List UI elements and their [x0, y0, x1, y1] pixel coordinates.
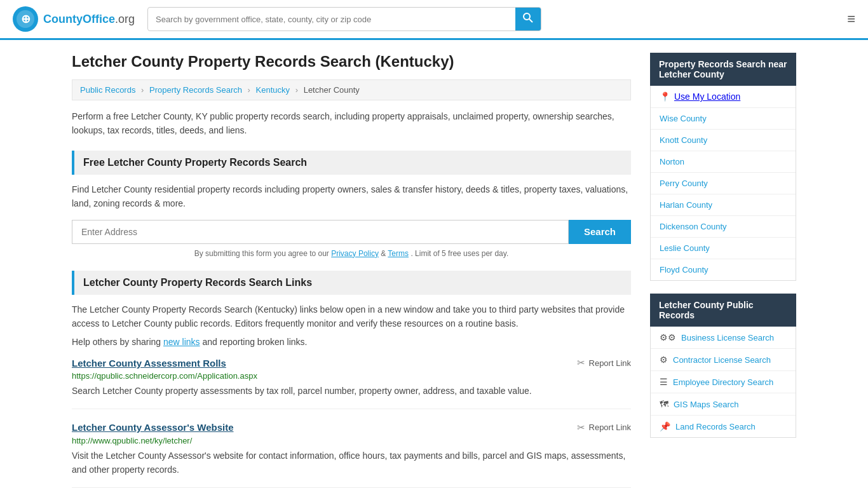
help-text: Help others by sharing new links and rep… — [72, 337, 631, 347]
logo-text: CountyOffice.org — [43, 13, 135, 26]
report-icon-2: ✂ — [577, 422, 585, 433]
link-desc-assessor-website: Visit the Letcher County Assessor's webs… — [72, 449, 631, 477]
main-wrapper: Letcher County Property Records Search (… — [59, 40, 809, 488]
breadcrumb: Public Records › Property Records Search… — [72, 79, 631, 100]
link-title-assessor-website[interactable]: Letcher County Assessor's Website — [72, 422, 233, 433]
sidebar-item-knott-county: Knott County — [651, 130, 796, 151]
sidebar-item-contractor-license: ⚙ Contractor License Search — [651, 349, 796, 371]
floyd-county-link[interactable]: Floyd County — [660, 265, 709, 274]
link-title-assessment-rolls[interactable]: Letcher County Assessment Rolls — [72, 358, 226, 369]
breadcrumb-sep-1: › — [141, 85, 144, 95]
report-link-btn-1[interactable]: ✂ Report Link — [577, 357, 631, 369]
site-header: ⊕ CountyOffice.org ≡ — [0, 0, 868, 40]
use-location-link[interactable]: Use My Location — [674, 92, 740, 102]
sidebar-nearby-header: Property Records Search near Letcher Cou… — [650, 53, 796, 86]
report-link-btn-2[interactable]: ✂ Report Link — [577, 422, 631, 433]
sidebar-item-land-records: 📌 Land Records Search — [651, 416, 796, 437]
links-description: The Letcher County Property Records Sear… — [72, 302, 631, 331]
page-description: Perform a free Letcher County, KY public… — [72, 109, 631, 138]
free-search-heading: Free Letcher County Property Records Sea… — [72, 151, 631, 175]
content-area: Letcher County Property Records Search (… — [72, 53, 631, 488]
contractor-license-search-link[interactable]: Contractor License Search — [673, 355, 771, 365]
address-input[interactable] — [72, 220, 569, 244]
new-links-link[interactable]: new links — [163, 337, 200, 347]
page-title: Letcher County Property Records Search (… — [72, 53, 631, 71]
logo-icon: ⊕ — [13, 6, 38, 32]
header-search-button[interactable] — [515, 8, 541, 30]
header-search-bar — [147, 7, 541, 31]
knott-county-link[interactable]: Knott County — [660, 135, 707, 145]
link-url-assessment-rolls: https://qpublic.schneidercorp.com/Applic… — [72, 371, 631, 381]
sidebar-item-harlan-county: Harlan County — [651, 194, 796, 216]
harlan-county-link[interactable]: Harlan County — [660, 200, 712, 210]
breadcrumb-property-records[interactable]: Property Records Search — [149, 85, 242, 95]
gear-icon: ⚙ — [660, 355, 668, 365]
sidebar-item-wise-county: Wise County — [651, 108, 796, 130]
map-icon: 🗺 — [660, 399, 668, 409]
employee-directory-search-link[interactable]: Employee Directory Search — [673, 377, 773, 387]
link-url-assessor-website: http://www.qpublic.net/ky/letcher/ — [72, 436, 631, 445]
privacy-policy-link[interactable]: Privacy Policy — [331, 249, 379, 258]
use-my-location[interactable]: 📍 Use My Location — [651, 86, 796, 108]
report-icon-1: ✂ — [577, 357, 585, 369]
sidebar-item-norton: Norton — [651, 151, 796, 173]
perry-county-link[interactable]: Perry County — [660, 179, 708, 188]
wise-county-link[interactable]: Wise County — [660, 114, 707, 123]
svg-point-3 — [524, 13, 530, 20]
header-search-input[interactable] — [148, 10, 515, 29]
link-item-assessor-website: Letcher County Assessor's Website ✂ Repo… — [72, 422, 631, 488]
terms-link[interactable]: Terms — [388, 249, 409, 258]
svg-line-4 — [529, 19, 532, 22]
location-pin-icon: 📍 — [660, 92, 670, 102]
sidebar-item-dickenson-county: Dickenson County — [651, 216, 796, 238]
dickenson-county-link[interactable]: Dickenson County — [660, 222, 727, 231]
link-item-assessment-rolls: Letcher County Assessment Rolls ✂ Report… — [72, 357, 631, 409]
gis-maps-search-link[interactable]: GIS Maps Search — [674, 400, 739, 409]
breadcrumb-kentucky[interactable]: Kentucky — [256, 85, 290, 95]
logo[interactable]: ⊕ CountyOffice.org — [13, 6, 135, 32]
form-disclaimer: By submitting this form you agree to our… — [72, 249, 631, 258]
address-search-form: Search — [72, 220, 631, 244]
links-section-heading: Letcher County Property Records Search L… — [72, 271, 631, 295]
search-button[interactable]: Search — [569, 220, 631, 244]
list-icon: ☰ — [660, 377, 668, 387]
sidebar-public-records-header: Letcher County Public Records — [650, 294, 796, 327]
sidebar-public-records-list: ⚙⚙ Business License Search ⚙ Contractor … — [650, 327, 796, 438]
sidebar-item-perry-county: Perry County — [651, 173, 796, 194]
breadcrumb-public-records[interactable]: Public Records — [80, 85, 135, 95]
business-license-search-link[interactable]: Business License Search — [681, 333, 774, 342]
norton-link[interactable]: Norton — [660, 157, 684, 166]
pin-icon: 📌 — [660, 421, 670, 431]
breadcrumb-sep-3: › — [295, 85, 298, 95]
land-records-search-link[interactable]: Land Records Search — [675, 422, 756, 431]
sidebar-item-business-license: ⚙⚙ Business License Search — [651, 327, 796, 349]
sidebar-item-employee-directory: ☰ Employee Directory Search — [651, 371, 796, 393]
sidebar-item-leslie-county: Leslie County — [651, 238, 796, 259]
sidebar: Property Records Search near Letcher Cou… — [650, 53, 796, 488]
gear-double-icon: ⚙⚙ — [660, 332, 676, 342]
link-desc-assessment-rolls: Search Letcher County property assessmen… — [72, 384, 631, 398]
svg-text:⊕: ⊕ — [21, 13, 31, 25]
breadcrumb-sep-2: › — [248, 85, 250, 95]
breadcrumb-current: Letcher County — [304, 85, 360, 95]
sidebar-item-floyd-county: Floyd County — [651, 259, 796, 280]
free-search-description: Find Letcher County residential property… — [72, 182, 631, 211]
sidebar-item-gis-maps: 🗺 GIS Maps Search — [651, 393, 796, 416]
sidebar-nearby-list: 📍 Use My Location Wise County Knott Coun… — [650, 86, 796, 281]
leslie-county-link[interactable]: Leslie County — [660, 243, 710, 253]
menu-button[interactable]: ≡ — [847, 11, 855, 27]
